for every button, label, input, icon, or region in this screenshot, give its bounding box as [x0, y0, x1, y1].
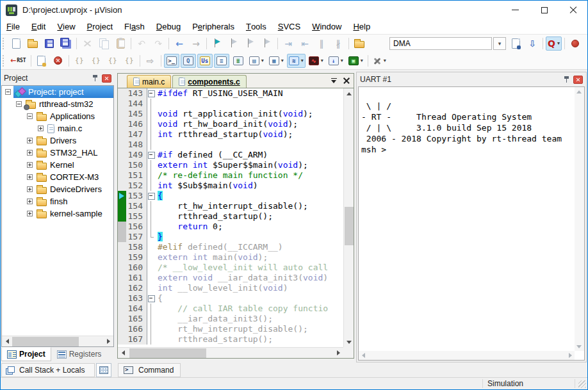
registers-window-button[interactable]: ≡ [214, 54, 229, 68]
tab-project[interactable]: Project [1, 347, 51, 361]
expander-icon[interactable] [27, 211, 33, 216]
scrollbar-thumb[interactable] [345, 207, 354, 245]
menu-view[interactable]: View [51, 19, 81, 34]
save-button[interactable] [42, 37, 57, 51]
disassembly-window-button[interactable]: Q [181, 54, 196, 68]
tree-item-project-project[interactable]: Project: project [2, 86, 113, 98]
symbols-window-button[interactable]: Us [197, 54, 213, 68]
find-in-files-button[interactable] [508, 37, 523, 51]
system-viewer-button[interactable]: ▣▾ [347, 54, 365, 68]
navigate-back-button[interactable]: ← [172, 37, 187, 51]
scroll-right-arrow-icon[interactable] [333, 348, 343, 358]
scroll-right-arrow-icon[interactable] [103, 336, 113, 346]
scroll-down-arrow-icon[interactable] [344, 337, 354, 347]
enable-disable-breakpoint-button[interactable] [584, 37, 587, 51]
tree-item-kernel-sample[interactable]: kernel-sample [2, 207, 113, 220]
menu-svcs[interactable]: SVCS [272, 19, 306, 34]
expander-icon[interactable] [27, 174, 33, 180]
menu-tools[interactable]: Tools [240, 19, 272, 34]
step-over-button[interactable]: {} [88, 54, 104, 68]
redo-button[interactable]: ↷ [151, 37, 166, 51]
step-out-button[interactable]: {} [105, 54, 120, 68]
uart-hscrollbar[interactable] [359, 351, 575, 360]
menu-file[interactable]: File [1, 19, 26, 34]
cut-button[interactable] [79, 37, 95, 51]
save-all-button[interactable] [58, 37, 74, 51]
scroll-left-arrow-icon[interactable] [118, 348, 128, 358]
uart-panel-close-button[interactable] [573, 76, 583, 84]
fold-marker[interactable] [147, 293, 155, 304]
scroll-up-arrow-icon[interactable] [575, 87, 584, 96]
combo-dropdown-button[interactable]: ▾ [493, 37, 506, 50]
comment-selection-button[interactable]: ∥ [314, 37, 329, 51]
tree-item-devicedrivers[interactable]: DeviceDrivers [2, 183, 113, 195]
call-stack-window-button[interactable]: ≣ [231, 54, 246, 68]
command-window-tab[interactable]: Command [118, 363, 181, 377]
expander-icon[interactable] [16, 101, 22, 107]
maximize-button[interactable] [530, 1, 559, 19]
tree-item-stm32-hal[interactable]: STM32_HAL [2, 147, 113, 159]
copy-button[interactable] [96, 37, 111, 51]
new-file-button[interactable] [8, 37, 24, 51]
memory-window-button[interactable] [96, 363, 111, 377]
insert-remove-breakpoint-button[interactable] [568, 37, 583, 51]
editor-hscrollbar[interactable] [118, 347, 343, 358]
command-window-button[interactable]: >_ [164, 54, 179, 68]
uncomment-selection-button[interactable]: ∦ [331, 37, 346, 51]
scroll-left-arrow-icon[interactable] [359, 351, 368, 360]
expander-icon[interactable] [27, 199, 33, 204]
toolbar-grip[interactable] [3, 38, 5, 49]
tree-item-finsh[interactable]: finsh [2, 195, 113, 207]
expander-icon[interactable] [27, 186, 33, 192]
pin-button[interactable] [92, 74, 98, 82]
minimize-button[interactable] [501, 1, 530, 19]
tree-item-main-c[interactable]: main.c [2, 122, 113, 134]
next-bookmark-button[interactable] [226, 37, 241, 51]
scroll-down-arrow-icon[interactable] [575, 342, 584, 351]
uart-vscrollbar[interactable] [575, 87, 584, 351]
menu-debug[interactable]: Debug [151, 19, 186, 34]
menu-project[interactable]: Project [81, 19, 118, 34]
tab-main-c[interactable]: main.c [127, 75, 171, 88]
toolbar-grip[interactable] [3, 55, 5, 67]
tree-item-kernel[interactable]: Kernel [2, 159, 113, 171]
serial-window-button[interactable]: ≋▾ [287, 54, 306, 68]
menu-flash[interactable]: Flash [118, 19, 151, 34]
navigate-forward-button[interactable]: → [188, 37, 204, 51]
fold-marker[interactable] [147, 191, 155, 201]
expander-icon[interactable] [27, 162, 33, 168]
code-editor[interactable]: 143#ifdef RT_USING_USER_MAIN144145void r… [118, 88, 343, 347]
call-stack-locals-tab[interactable]: Call Stack + Locals [1, 363, 95, 377]
paste-button[interactable] [113, 37, 128, 51]
show-next-statement-button[interactable] [34, 54, 49, 68]
insert-bookmark-button[interactable] [209, 37, 225, 51]
project-tree-hscrollbar[interactable] [2, 336, 113, 346]
run-to-cursor-line-button[interactable]: {} [122, 54, 137, 68]
expander-icon[interactable] [38, 126, 44, 131]
expander-icon[interactable] [27, 150, 33, 156]
options-for-target-button[interactable] [352, 37, 367, 51]
tab-list-button[interactable] [331, 78, 337, 83]
step-into-button[interactable]: {} [72, 54, 87, 68]
open-file-button[interactable] [25, 37, 40, 51]
expander-icon[interactable] [27, 138, 33, 143]
tree-item-applications[interactable]: Applications [2, 110, 113, 122]
scrollbar-thumb[interactable] [129, 348, 206, 358]
scroll-left-arrow-icon[interactable] [2, 336, 12, 346]
close-button[interactable] [559, 1, 587, 19]
fold-marker[interactable] [147, 88, 155, 99]
undo-button[interactable]: ↶ [134, 37, 149, 51]
clear-bookmarks-button[interactable] [259, 37, 275, 51]
project-panel-close-button[interactable] [102, 74, 111, 83]
editor-vscrollbar[interactable] [343, 88, 354, 347]
scrollbar-thumb[interactable] [12, 337, 79, 346]
target-select-value[interactable]: DMA [389, 37, 492, 50]
editor-close-button[interactable] [343, 77, 350, 84]
menu-window[interactable]: Window [306, 19, 347, 34]
reset-cpu-button[interactable]: ←RST [8, 54, 28, 68]
memory-window-button[interactable]: ▦▾ [267, 54, 286, 68]
run-button[interactable]: ⇨ [143, 54, 158, 68]
menu-help[interactable]: Help [347, 19, 376, 34]
lookup-button[interactable]: Q▾ [546, 37, 562, 51]
analysis-window-button[interactable]: ∿▾ [307, 54, 325, 68]
